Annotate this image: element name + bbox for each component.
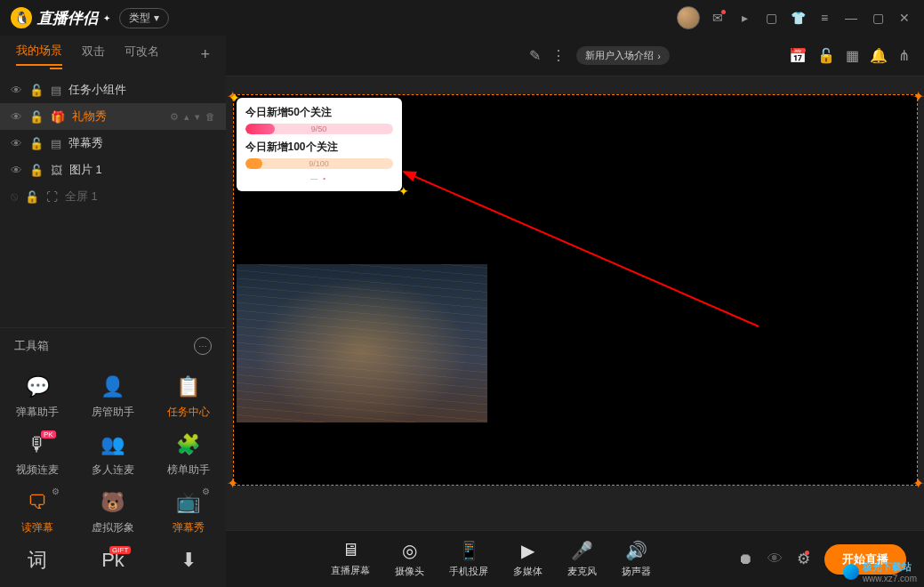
menu-icon[interactable]: ≡ bbox=[816, 9, 833, 27]
progress-text: 9/100 bbox=[309, 159, 329, 168]
task-center-icon: 📋 bbox=[176, 374, 201, 399]
virtual-icon: 🐻 bbox=[100, 490, 125, 515]
gear-icon[interactable]: ⚙ bbox=[170, 111, 179, 123]
scene-item-danmu-show[interactable]: 👁 🔓 ▤ 弹幕秀 bbox=[0, 130, 226, 157]
pagination-dots-icon: — • bbox=[245, 174, 393, 182]
chip-label: 新用户入场介绍 bbox=[585, 49, 654, 62]
image-source-preview[interactable] bbox=[237, 264, 487, 422]
lock-icon[interactable]: 🔓 bbox=[29, 137, 44, 150]
share-icon[interactable]: ⋔ bbox=[898, 47, 910, 64]
add-scene-button[interactable]: + bbox=[200, 45, 210, 64]
lock-icon[interactable]: 🔓 bbox=[29, 84, 44, 97]
edit-icon[interactable]: ✎ bbox=[529, 47, 541, 64]
source-phone[interactable]: 📱手机投屏 bbox=[449, 540, 488, 578]
lock-icon[interactable]: 🔓 bbox=[29, 164, 44, 177]
delete-icon[interactable]: 🗑 bbox=[205, 111, 215, 123]
multi-link-icon: 👥 bbox=[100, 432, 125, 457]
shirt-icon[interactable]: 👕 bbox=[789, 9, 807, 27]
toolbox-grid: 💬弹幕助手 👤房管助手 📋任务中心 PK🎙视频连麦 👥多人连麦 🧩榜单助手 ⚙🗨… bbox=[0, 364, 226, 587]
tool-room-assist[interactable]: 👤房管助手 bbox=[76, 374, 151, 420]
tool-label: 多人连麦 bbox=[92, 462, 134, 478]
gift-icon: 🎁 bbox=[51, 110, 65, 124]
speaker-icon: 🔊 bbox=[625, 540, 647, 561]
calendar-icon[interactable]: 📅 bbox=[789, 47, 807, 64]
visibility-icon[interactable]: ⦸ bbox=[11, 189, 18, 204]
tab-rename[interactable]: 可改名 bbox=[125, 44, 159, 65]
tool-label: 读弹幕 bbox=[21, 520, 53, 535]
source-label: 直播屏幕 bbox=[331, 564, 370, 577]
toolbox-title: 工具箱 bbox=[14, 338, 49, 354]
tool-video-link[interactable]: PK🎙视频连麦 bbox=[0, 432, 76, 478]
progress-text: 9/50 bbox=[311, 125, 327, 133]
preview-icon[interactable]: 👁 bbox=[767, 551, 783, 568]
read-danmu-icon: 🗨 bbox=[25, 490, 50, 515]
type-dropdown[interactable]: 类型 ▾ bbox=[119, 8, 169, 28]
record-icon[interactable]: ⏺ bbox=[738, 551, 753, 568]
tab-my-scenes[interactable]: 我的场景 bbox=[16, 43, 62, 66]
source-label: 麦克风 bbox=[567, 565, 597, 578]
gear-icon[interactable]: ⚙ bbox=[202, 486, 210, 496]
task-widget[interactable]: ✦ ✦ 今日新增50个关注 9/50 今日新增100个关注 9/100 bbox=[237, 98, 402, 191]
source-mic[interactable]: 🎤麦克风 bbox=[567, 540, 597, 578]
move-down-icon[interactable]: ▾ bbox=[195, 111, 200, 123]
tool-download[interactable]: ⬇ bbox=[150, 548, 226, 573]
chevron-right-icon: › bbox=[657, 51, 661, 61]
watermark-logo-icon bbox=[843, 564, 859, 580]
image-icon: 🖼 bbox=[51, 164, 62, 177]
tool-danmu-show[interactable]: ⚙📺弹幕秀 bbox=[150, 490, 226, 535]
scene-list: 👁 🔓 ▤ 任务小组件 👁 🔓 🎁 礼物秀 ⚙ ▴ ▾ 🗑 👁 🔓 bbox=[0, 73, 226, 213]
tool-multi-link[interactable]: 👥多人连麦 bbox=[76, 432, 151, 478]
layout-icon[interactable]: ▦ bbox=[846, 47, 859, 64]
tool-task-center[interactable]: 📋任务中心 bbox=[150, 374, 226, 420]
scene-item-fullscreen[interactable]: ⦸ 🔓 ⛶ 全屏 1 bbox=[0, 183, 226, 210]
preview-canvas[interactable]: ✦ ✦ ✦ ✦ ✦ ✦ 今日新增50个关注 9/50 今日新增100 bbox=[233, 94, 918, 486]
source-camera[interactable]: ◎摄像头 bbox=[395, 540, 424, 578]
unlock-icon[interactable]: 🔓 bbox=[817, 47, 835, 64]
more-icon[interactable]: ⋯ bbox=[194, 337, 212, 355]
gear-icon[interactable]: ⚙ bbox=[52, 486, 60, 496]
tool-rank-assist[interactable]: 🧩榜单助手 bbox=[150, 432, 226, 478]
danmu-icon: ▤ bbox=[51, 137, 61, 150]
tool-label: 弹幕秀 bbox=[173, 520, 205, 535]
move-up-icon[interactable]: ▴ bbox=[184, 111, 189, 123]
scene-label: 任务小组件 bbox=[68, 82, 126, 98]
intro-chip[interactable]: 新用户入场介绍› bbox=[576, 46, 670, 65]
sidebar: 我的场景 双击 可改名 + 👁 🔓 ▤ 任务小组件 👁 🔓 🎁 礼物秀 ⚙ ▴ bbox=[0, 36, 226, 587]
source-label: 摄像头 bbox=[395, 565, 424, 578]
bell-icon[interactable]: 🔔 bbox=[870, 47, 888, 64]
scene-item-gift-show[interactable]: 👁 🔓 🎁 礼物秀 ⚙ ▴ ▾ 🗑 bbox=[0, 103, 226, 130]
tool-read-danmu[interactable]: ⚙🗨读弹幕 bbox=[0, 490, 76, 535]
scene-item-task-widget[interactable]: 👁 🔓 ▤ 任务小组件 bbox=[0, 76, 226, 103]
source-screen[interactable]: 🖥直播屏幕 bbox=[331, 540, 370, 578]
tool-label: 房管助手 bbox=[92, 405, 134, 420]
mic-icon: 🎤 bbox=[571, 540, 593, 561]
visibility-icon[interactable]: 👁 bbox=[11, 110, 22, 124]
visibility-icon[interactable]: 👁 bbox=[11, 137, 22, 150]
settings-icon[interactable]: ⚙ bbox=[797, 550, 810, 568]
tab-double-click[interactable]: 双击 bbox=[82, 44, 105, 65]
tool-virtual[interactable]: 🐻虚拟形象 bbox=[76, 490, 151, 535]
media-icon: ▶ bbox=[521, 540, 534, 561]
playback-icon[interactable]: ▸ bbox=[735, 9, 753, 27]
lock-icon[interactable]: 🔓 bbox=[25, 190, 39, 204]
maximize-icon[interactable]: ▢ bbox=[869, 9, 887, 27]
minimize-icon[interactable]: — bbox=[842, 9, 860, 27]
mail-icon[interactable]: ✉ bbox=[709, 9, 727, 27]
titlebar: 🐧 直播伴侣✦ 类型 ▾ ✉ ▸ ▢ 👕 ≡ — ▢ ✕ bbox=[0, 0, 924, 36]
source-media[interactable]: ▶多媒体 bbox=[513, 540, 542, 578]
chevron-down-icon: ▾ bbox=[154, 12, 159, 24]
tool-label: 弹幕助手 bbox=[16, 405, 59, 420]
tool-danmu-assist[interactable]: 💬弹幕助手 bbox=[0, 374, 76, 420]
monitor-icon[interactable]: ▢ bbox=[762, 9, 780, 27]
lock-icon[interactable]: 🔓 bbox=[29, 110, 44, 124]
visibility-icon[interactable]: 👁 bbox=[11, 84, 22, 97]
scene-item-image[interactable]: 👁 🔓 🖼 图片 1 bbox=[0, 157, 226, 183]
tool-word[interactable]: 词 bbox=[0, 548, 76, 573]
source-speaker[interactable]: 🔊扬声器 bbox=[622, 540, 651, 578]
progress-bar: 9/100 bbox=[245, 158, 393, 169]
visibility-icon[interactable]: 👁 bbox=[11, 164, 22, 177]
user-avatar[interactable] bbox=[677, 6, 700, 29]
camera-icon: ◎ bbox=[402, 540, 417, 561]
close-icon[interactable]: ✕ bbox=[896, 9, 913, 27]
tool-pk[interactable]: GIFTPk bbox=[76, 548, 151, 573]
